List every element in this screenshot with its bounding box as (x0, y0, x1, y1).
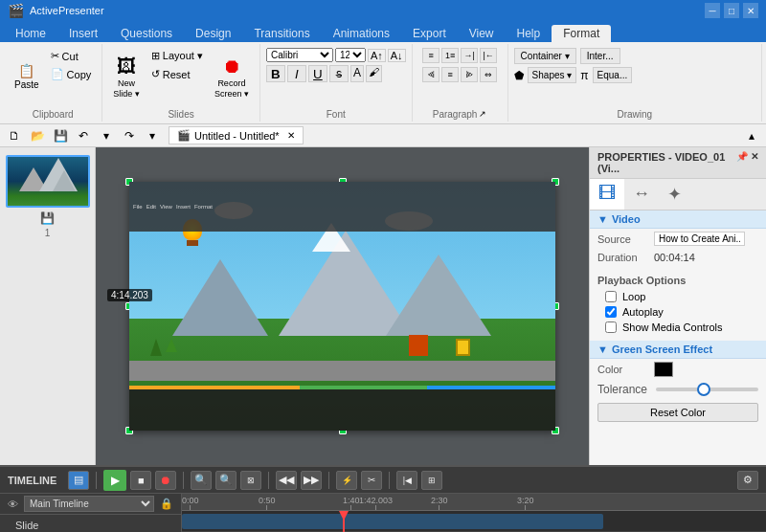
bullet-list-btn[interactable]: ≡ (422, 48, 439, 63)
props-tab-effects[interactable]: ✦ (659, 179, 690, 210)
panel-pin-btn[interactable]: 📌 (736, 151, 748, 174)
reset-button[interactable]: ↺ Reset (146, 66, 208, 82)
record-screen-button[interactable]: ⏺ Record Screen ▾ (210, 48, 254, 105)
shapes-btn[interactable]: Shapes ▾ (528, 67, 577, 83)
paragraph-expand-icon[interactable]: ↗ (479, 109, 486, 119)
slide-canvas[interactable]: File Edit View Insert Format (129, 182, 555, 431)
align-left-tl-btn[interactable]: |◀ (396, 471, 417, 490)
ribbon-tabs: Home Insert Questions Design Transitions… (0, 21, 766, 42)
save-btn[interactable]: 💾 (50, 126, 71, 145)
close-doc-btn[interactable]: ✕ (287, 130, 295, 141)
cut-button[interactable]: ✂ Cut (46, 48, 97, 64)
new-slide-button[interactable]: 🖼 New Slide ▾ (108, 48, 145, 105)
green-screen-section-header[interactable]: ▼ Green Screen Effect (590, 341, 766, 359)
document-tab[interactable]: 🎬 Untitled - Untitled* ✕ (169, 126, 304, 144)
tab-help[interactable]: Help (506, 25, 552, 42)
split-btn[interactable]: ⚡ (336, 471, 357, 490)
tab-design[interactable]: Design (184, 25, 242, 42)
timeline-record-btn[interactable]: ⏺ (155, 471, 176, 490)
minimize-button[interactable]: ─ (705, 3, 720, 18)
props-tab-transitions[interactable]: ↔ (624, 179, 659, 210)
numbered-list-btn[interactable]: 1≡ (441, 48, 459, 63)
decrease-font-btn[interactable]: A↓ (388, 49, 406, 62)
slide-save-icon[interactable]: 💾 (40, 211, 55, 225)
reset-color-button[interactable]: Reset Color (597, 403, 758, 422)
main-timeline-select[interactable]: Main Timeline (24, 496, 154, 512)
tab-animations[interactable]: Animations (322, 25, 401, 42)
increase-font-btn[interactable]: A↑ (368, 49, 386, 62)
timeline-stop-btn[interactable]: ■ (130, 471, 151, 490)
autoplay-checkbox[interactable] (605, 306, 617, 318)
open-file-btn[interactable]: 📂 (27, 126, 48, 145)
justify-btn[interactable]: ⇔ (480, 67, 497, 82)
properties-title: PROPERTIES - VIDEO_01 (Vi... (597, 151, 736, 174)
slide-clip[interactable] (182, 514, 603, 529)
tick-label-230: 2:30 (431, 496, 448, 505)
copy-label: Copy (67, 69, 92, 80)
main-timeline-eye-icon[interactable]: 👁 (6, 499, 20, 510)
undo-history-btn[interactable]: ▾ (96, 126, 117, 145)
tab-export[interactable]: Export (401, 25, 458, 42)
equation-btn[interactable]: Equa... (593, 67, 633, 83)
close-button[interactable]: ✕ (743, 3, 758, 18)
tab-transitions[interactable]: Transitions (242, 25, 321, 42)
strikethrough-button[interactable]: S̶ (329, 65, 349, 82)
paste-button[interactable]: 📋 Paste (10, 48, 44, 105)
expand-btn[interactable]: ⊞ (421, 471, 442, 490)
new-file-btn[interactable]: 🗋 (4, 126, 25, 145)
move-right-btn[interactable]: ▶▶ (301, 471, 322, 490)
zoom-out-tl-btn[interactable]: 🔍 (191, 471, 212, 490)
loop-checkbox[interactable] (605, 291, 617, 302)
indent-less-btn[interactable]: |← (480, 48, 497, 63)
slides-buttons: 🖼 New Slide ▾ ⊞ Layout ▾ ↺ Reset ⏺ Recor… (108, 46, 254, 107)
bold-button[interactable]: B (266, 65, 285, 82)
tolerance-slider-thumb[interactable] (697, 383, 710, 396)
paste-label: Paste (14, 79, 39, 90)
move-left-btn[interactable]: ◀◀ (276, 471, 297, 490)
font-family-select[interactable]: Calibri (266, 48, 333, 62)
inner-menu3: View (160, 204, 172, 210)
zoom-fit-btn[interactable]: ⊠ (240, 471, 261, 490)
tab-format[interactable]: Format (552, 25, 611, 42)
indent-more-btn[interactable]: →| (461, 48, 478, 63)
panel-close-btn[interactable]: ✕ (751, 151, 758, 174)
maximize-button[interactable]: □ (724, 3, 739, 18)
font-color-btn[interactable]: A (350, 65, 364, 82)
show-media-checkbox[interactable] (605, 321, 617, 333)
redo-btn[interactable]: ↷ (119, 126, 140, 145)
main-timeline-lock-icon[interactable]: 🔒 (158, 498, 175, 510)
tab-view[interactable]: View (458, 25, 506, 42)
color-swatch[interactable] (654, 362, 673, 377)
tab-insert[interactable]: Insert (57, 25, 109, 42)
play-button[interactable]: ▶ (103, 470, 126, 491)
delete-btn[interactable]: ✂ (361, 471, 382, 490)
tab-questions[interactable]: Questions (109, 25, 184, 42)
timeline-tracks-header: 👁 Main Timeline 🔒 Slide Video_01 👁 🔒 (0, 494, 182, 532)
collapse-ribbon-btn[interactable]: ▴ (741, 126, 762, 145)
underline-button[interactable]: U (308, 65, 327, 82)
font-size-select[interactable]: 12 (335, 48, 366, 62)
zoom-in-tl-btn[interactable]: 🔍 (215, 471, 237, 490)
undo-btn[interactable]: ↶ (73, 126, 94, 145)
inner-timeline (129, 386, 555, 431)
italic-button[interactable]: I (287, 65, 306, 82)
align-center-btn[interactable]: ≡ (441, 67, 459, 82)
trees-left (150, 339, 177, 356)
container-controls: Container ▾ Inter... ⬟ Shapes ▾ π Equa..… (514, 46, 755, 107)
settings-btn[interactable]: ⚙ (737, 471, 758, 490)
copy-button[interactable]: 📄 Copy (46, 66, 97, 82)
redo-history-btn[interactable]: ▾ (142, 126, 163, 145)
tab-home[interactable]: Home (4, 25, 57, 42)
layout-button[interactable]: ⊞ Layout ▾ (146, 48, 208, 64)
video-section-header[interactable]: ▼ Video (590, 211, 766, 229)
inter-btn[interactable]: Inter... (580, 48, 620, 64)
highlight-btn[interactable]: 🖌 (366, 65, 382, 82)
slide-thumbnail-1[interactable] (6, 155, 90, 208)
props-tab-video[interactable]: 🎞 (590, 179, 624, 210)
source-input[interactable] (654, 232, 745, 246)
align-right-btn[interactable]: ⫸ (461, 67, 478, 82)
new-slide-icon: 🖼 (117, 55, 136, 78)
timeline-view-btn[interactable]: ▤ (68, 471, 89, 490)
container-btn[interactable]: Container ▾ (514, 48, 576, 64)
align-left-btn[interactable]: ⫷ (422, 67, 439, 82)
